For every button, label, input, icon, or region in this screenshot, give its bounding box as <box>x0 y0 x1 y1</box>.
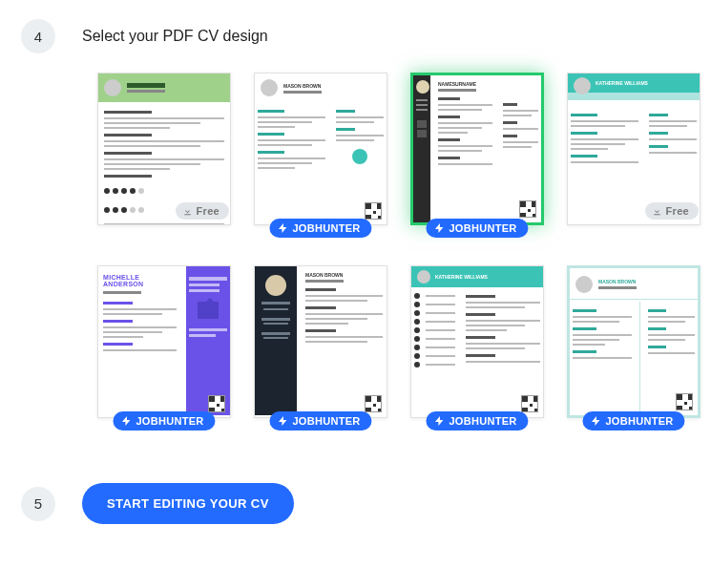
template-grid: Free MASON BROWN <box>0 73 711 418</box>
bolt-icon <box>120 415 132 427</box>
bolt-icon <box>433 222 445 234</box>
badge-label: JOBHUNTER <box>449 222 516 234</box>
badge-label: JOBHUNTER <box>136 415 203 427</box>
jobhunter-badge: JOBHUNTER <box>426 219 528 238</box>
step-title: Select your PDF CV design <box>82 28 268 45</box>
template-thumbnail: MASON BROWN <box>254 265 387 418</box>
jobhunter-badge: JOBHUNTER <box>113 411 215 430</box>
badge-label: JOBHUNTER <box>292 415 360 427</box>
template-card-6[interactable]: MASON BROWN JOBHUNTER <box>254 265 387 418</box>
bolt-icon <box>590 415 601 427</box>
template-thumbnail: MASON BROWN <box>254 73 387 225</box>
qr-icon <box>519 200 536 218</box>
download-icon <box>652 206 662 217</box>
free-badge: Free <box>176 202 229 220</box>
qr-icon <box>676 393 693 410</box>
qr-icon <box>365 202 382 220</box>
step-number-badge: 5 <box>21 487 55 521</box>
bolt-icon <box>433 415 445 427</box>
qr-icon <box>365 395 382 412</box>
bolt-icon <box>277 222 288 234</box>
template-thumbnail: MICHELLE ANDERSON <box>97 265 231 418</box>
free-badge: Free <box>645 202 699 220</box>
template-thumbnail: KATHERINE WILLIAMS <box>410 265 544 418</box>
jobhunter-badge: JOBHUNTER <box>269 411 371 430</box>
qr-icon <box>521 395 538 412</box>
jobhunter-badge: JOBHUNTER <box>582 411 684 430</box>
badge-label: JOBHUNTER <box>292 222 360 234</box>
template-card-2[interactable]: MASON BROWN JOBHUNTER <box>254 73 387 225</box>
step-4-header: 4 Select your PDF CV design <box>0 19 711 53</box>
bolt-icon <box>277 415 288 427</box>
template-card-1[interactable]: Free <box>97 73 231 225</box>
template-card-3[interactable]: NAMESURNAME JOBHUNTER <box>410 73 544 225</box>
download-icon <box>182 206 193 217</box>
badge-label: JOBHUNTER <box>449 415 516 427</box>
step-number-badge: 4 <box>21 19 55 53</box>
template-thumbnail: MASON BROWN <box>567 265 701 418</box>
start-editing-button[interactable]: START EDITING YOUR CV <box>82 483 294 524</box>
template-card-8[interactable]: MASON BROWN JOBHUNTER <box>567 265 701 418</box>
jobhunter-badge: JOBHUNTER <box>269 219 371 238</box>
qr-icon <box>208 395 225 412</box>
step-5-row: 5 START EDITING YOUR CV <box>0 483 711 524</box>
badge-label: JOBHUNTER <box>605 415 673 427</box>
badge-label: Free <box>197 205 220 217</box>
template-thumbnail: NAMESURNAME <box>410 73 544 225</box>
template-card-4[interactable]: KATHERINE WILLIAMS Free <box>567 73 701 225</box>
badge-label: Free <box>666 205 689 217</box>
template-card-5[interactable]: MICHELLE ANDERSON <box>97 265 231 418</box>
template-card-7[interactable]: KATHERINE WILLIAMS <box>410 265 544 418</box>
jobhunter-badge: JOBHUNTER <box>426 411 528 430</box>
